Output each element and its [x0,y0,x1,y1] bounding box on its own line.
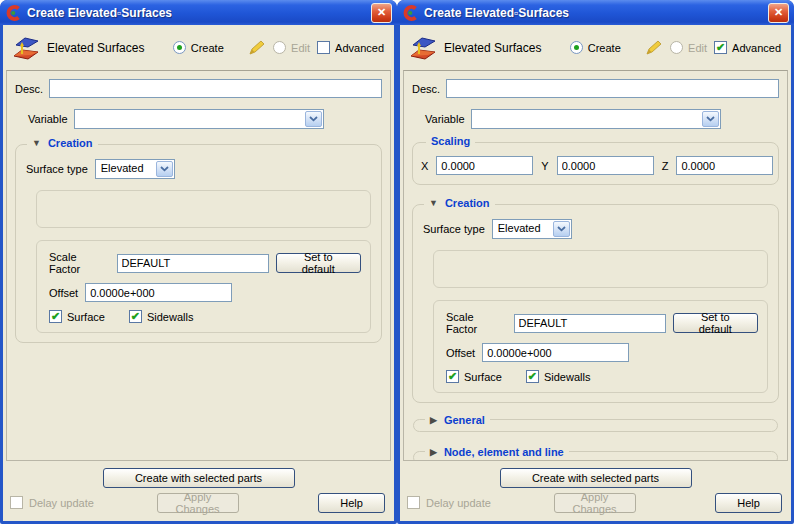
surface-checkbox[interactable] [49,310,62,323]
scaling-group-title: Scaling [431,135,470,147]
help-button[interactable]: Help [318,493,385,513]
set-to-default-button[interactable]: Set to default [276,253,362,273]
triangle-right-icon: ▶ [430,416,437,425]
chevron-down-icon[interactable] [305,111,322,127]
general-group-title: General [444,414,485,426]
desc-label: Desc. [412,83,440,95]
surface-type-dropdown[interactable]: Elevated [492,219,572,239]
creation-group: ▼ Creation Surface type Elevated [15,144,382,343]
create-radio[interactable] [173,41,186,54]
creation-group: ▼ Creation Surface type Elevated [412,204,779,403]
close-button[interactable]: ✕ [768,3,789,23]
edit-radio[interactable] [273,41,286,54]
scale-z-label: Z [662,160,669,172]
creation-group-header[interactable]: ▼ Creation [424,197,495,209]
sidewalls-checkbox[interactable] [129,310,142,323]
advanced-option[interactable]: Advanced [714,41,781,54]
advanced-option[interactable]: Advanced [317,41,384,54]
empty-option-box [433,250,768,288]
pencil-icon [645,40,663,56]
scale-factor-input[interactable] [117,254,269,273]
node-element-line-group-collapsed: ▶ Node, element and line [413,451,778,461]
create-mode-option[interactable]: Create [570,41,621,54]
creation-group-header[interactable]: ▼ Creation [27,137,98,149]
scale-y-input[interactable] [557,156,654,175]
dialog-body: Elevated Surfaces Create Edit Adva [400,25,791,521]
node-element-line-group-header[interactable]: ▶ Node, element and line [425,446,569,458]
variable-row: Variable [28,109,382,129]
variable-label: Variable [425,113,465,125]
dialog-body: Elevated Surfaces Create Edit Adva [3,25,394,521]
delay-update-checkbox[interactable] [407,496,420,509]
surface-checkbox[interactable] [446,370,459,383]
edit-mode-option[interactable]: Edit [670,41,707,54]
scale-offset-box: Scale Factor Set to default Offset Surfa… [36,240,371,333]
sidewalls-checkbox[interactable] [526,370,539,383]
desc-input[interactable] [446,79,779,98]
desc-input[interactable] [49,79,382,98]
create-with-selected-parts-button[interactable]: Create with selected parts [103,468,295,488]
sidewalls-option[interactable]: Sidewalls [526,370,590,383]
advanced-checkbox[interactable] [714,41,727,54]
titlebar[interactable]: Create Elevated▫Surfaces ✕ [397,0,794,25]
create-with-selected-parts-button[interactable]: Create with selected parts [500,468,692,488]
surface-checkbox-label: Surface [67,311,105,323]
creation-group-title: Creation [48,137,93,149]
scale-x-input[interactable] [436,156,533,175]
apply-changes-button[interactable]: Apply Changes [157,493,239,513]
footer-row: Delay update Apply Changes Help [400,491,791,521]
delay-update-option[interactable]: Delay update [407,496,554,509]
surface-type-row: Surface type Elevated [423,219,768,239]
surface-type-row: Surface type Elevated [26,159,371,179]
variable-dropdown[interactable] [74,109,324,129]
scale-factor-input[interactable] [514,314,666,333]
surface-option[interactable]: Surface [49,310,105,323]
create-radio[interactable] [570,41,583,54]
scale-z-input[interactable] [676,156,773,175]
close-button[interactable]: ✕ [371,3,392,23]
chevron-down-icon[interactable] [156,161,173,177]
content-frame: Desc. Variable ▼ Creation [6,70,391,461]
apply-changes-button[interactable]: Apply Changes [554,493,636,513]
edit-mode-option[interactable]: Edit [273,41,310,54]
node-element-line-group-title: Node, element and line [444,446,564,458]
create-button-row: Create with selected parts [3,465,394,491]
header-row: Elevated Surfaces Create Edit Adva [3,25,394,70]
surface-option[interactable]: Surface [446,370,502,383]
empty-option-box [36,190,371,228]
spacer [15,343,382,456]
app-logo-icon [403,5,419,21]
tool-title: Elevated Surfaces [47,41,144,55]
edit-radio[interactable] [670,41,683,54]
surface-type-label: Surface type [26,163,88,175]
create-radio-label: Create [588,42,621,54]
general-group-header[interactable]: ▶ General [425,414,490,426]
desc-row: Desc. [412,79,779,98]
offset-input[interactable] [85,283,232,302]
close-icon: ✕ [774,7,783,18]
delay-update-option[interactable]: Delay update [10,496,157,509]
scaling-fields-row: X Y Z [421,156,770,175]
delay-update-checkbox[interactable] [10,496,23,509]
scale-factor-row: Scale Factor Set to default [446,311,758,335]
content-frame: Desc. Variable Scaling [403,70,788,461]
variable-dropdown[interactable] [471,109,721,129]
offset-label: Offset [446,347,475,359]
dialog-advanced: Create Elevated▫Surfaces ✕ Elevated Surf… [397,0,794,524]
create-mode-option[interactable]: Create [173,41,224,54]
advanced-checkbox[interactable] [317,41,330,54]
set-to-default-button[interactable]: Set to default [673,313,759,333]
help-button[interactable]: Help [715,493,782,513]
chevron-down-icon[interactable] [553,221,570,237]
scaling-group-header: Scaling [426,135,475,147]
window-title: Create Elevated▫Surfaces [424,6,569,20]
chevron-down-icon[interactable] [702,111,719,127]
scaling-group: Scaling X Y Z [412,142,779,185]
variable-label: Variable [28,113,68,125]
offset-input[interactable] [482,343,629,362]
sidewalls-option[interactable]: Sidewalls [129,310,193,323]
titlebar[interactable]: Create Elevated▫Surfaces ✕ [0,0,397,25]
surface-type-dropdown[interactable]: Elevated [95,159,175,179]
advanced-checkbox-label: Advanced [335,42,384,54]
scale-factor-row: Scale Factor Set to default [49,251,361,275]
